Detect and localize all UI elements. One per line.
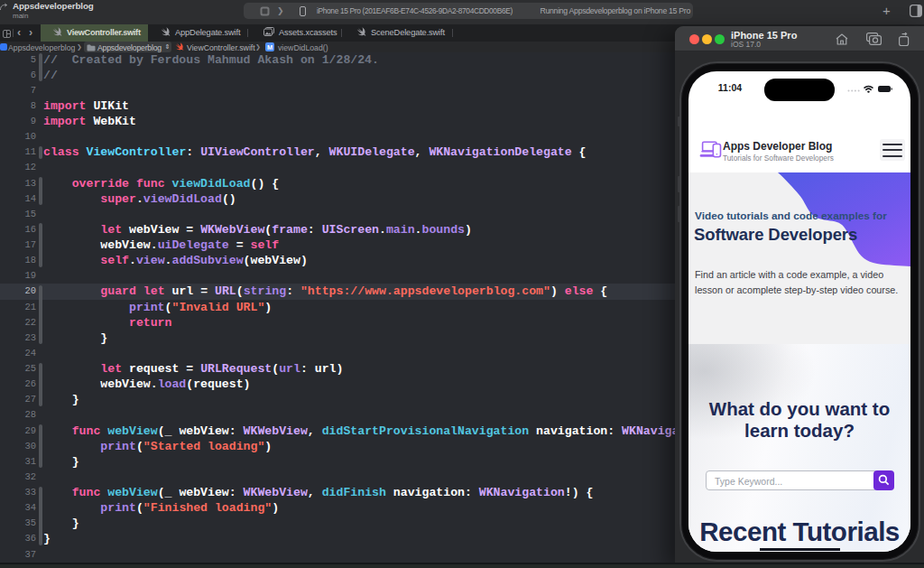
svg-text:M: M <box>266 43 272 51</box>
